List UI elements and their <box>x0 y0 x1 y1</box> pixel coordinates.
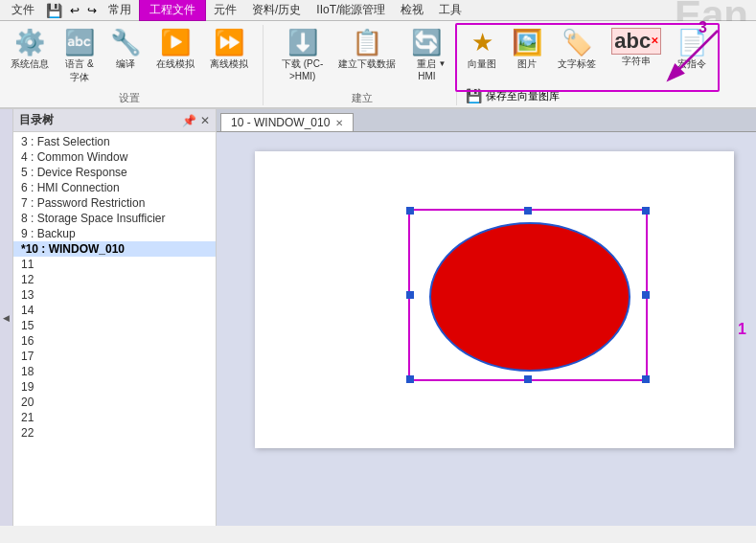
menu-element[interactable]: 元件 <box>206 0 244 20</box>
handle-tm[interactable] <box>524 207 532 215</box>
tree-item-11[interactable]: 11 <box>13 257 216 272</box>
btn-lang-font[interactable]: 🔤 语言 &字体 <box>57 25 102 87</box>
btn-build-dl[interactable]: 📋 建立下载数据 <box>332 25 402 74</box>
tree-close-icon[interactable]: ✕ <box>200 114 210 127</box>
btn-sys-info[interactable]: ⚙️ 系统信息 <box>4 25 56 74</box>
tree-item-21[interactable]: 21 <box>13 410 216 425</box>
tree-item-15[interactable]: 15 <box>13 318 216 333</box>
tab-label-10: 10 - WINDOW_010 <box>231 116 330 129</box>
sys-info-icon: ⚙️ <box>14 28 45 57</box>
tree-item-17[interactable]: 17 <box>13 349 216 364</box>
menu-common[interactable]: 常用 <box>101 0 139 20</box>
char-str-icon: abc✕ <box>611 28 661 55</box>
rebuild-hmi-icon: 🔄 <box>411 28 442 57</box>
btn-picture[interactable]: 🖼️ 图片 <box>505 25 549 74</box>
btn-save-vector[interactable]: 💾 保存至向量图库 <box>461 86 714 105</box>
btn-macro-cmd-label: 宏指令 <box>677 57 706 71</box>
btn-offline-sim-label: 离线模拟 <box>210 57 248 71</box>
menu-data-history[interactable]: 资料/历史 <box>244 0 309 20</box>
tree-item-10[interactable]: *10 : WINDOW_010 <box>13 241 216 257</box>
content-tab-10[interactable]: 10 - WINDOW_010 ✕ <box>220 113 354 131</box>
menu-project-file[interactable]: 工程文件 <box>139 0 206 21</box>
page-indicator: 1 <box>738 321 746 338</box>
tree-item-4[interactable]: 4 : Common Window <box>13 149 216 165</box>
tab-close-icon[interactable]: ✕ <box>335 118 343 128</box>
menu-redo[interactable]: ↪ <box>83 2 101 19</box>
picture-icon: 🖼️ <box>512 28 542 57</box>
btn-sys-info-label: 系统信息 <box>11 57 49 71</box>
btn-picture-label: 图片 <box>517 57 537 71</box>
content-area: 10 - WINDOW_010 ✕ <box>217 109 756 526</box>
collapse-btn[interactable]: ◀ <box>0 109 13 526</box>
macro-cmd-icon: 📄 <box>676 28 707 57</box>
menu-tools[interactable]: 工具 <box>431 0 470 20</box>
text-tag-icon: 🏷️ <box>561 28 592 57</box>
ribbon-group-vector: ★ 向量图 🖼️ 图片 🏷️ 文字标签 abc✕ 字符串 📄 宏指令 <box>457 25 718 105</box>
btn-offline-sim[interactable]: ⏩ 离线模拟 <box>203 25 255 74</box>
menu-inspect[interactable]: 检视 <box>393 0 431 20</box>
btn-save-vector-label: 保存至向量图库 <box>486 89 560 103</box>
btn-compile[interactable]: 🔧 编译 <box>103 25 148 74</box>
tree-item-9[interactable]: 9 : Backup <box>13 226 216 241</box>
handle-tr[interactable] <box>642 207 650 215</box>
tree-item-22[interactable]: 22 <box>13 425 216 441</box>
btn-online-sim[interactable]: ▶️ 在线模拟 <box>149 25 201 74</box>
tree-item-19[interactable]: 19 <box>13 379 216 395</box>
tree-item-12[interactable]: 12 <box>13 272 216 287</box>
build-dl-icon: 📋 <box>352 28 382 57</box>
tree-item-7[interactable]: 7 : Password Restriction <box>13 195 216 211</box>
handle-ml[interactable] <box>406 291 414 299</box>
btn-text-tag[interactable]: 🏷️ 文字标签 <box>551 25 603 74</box>
handle-tl[interactable] <box>406 207 414 215</box>
btn-compile-label: 编译 <box>116 57 135 71</box>
canvas-surface <box>255 151 734 448</box>
tree-pin-icon[interactable]: 📌 <box>182 114 196 127</box>
group-settings-label: 设置 <box>4 89 255 105</box>
download-icon: ⬇️ <box>287 28 318 57</box>
btn-download[interactable]: ⬇️ 下载 (PC->HMI) <box>275 25 330 84</box>
online-sim-icon: ▶️ <box>160 28 191 57</box>
main-area: ◀ 目录树 📌 ✕ 3 : Fast Selection 4 : Common … <box>0 109 756 526</box>
menu-iiot[interactable]: IIoT/能源管理 <box>309 0 393 20</box>
tree-item-5[interactable]: 5 : Device Response <box>13 165 216 180</box>
tree-item-8[interactable]: 8 : Storage Space Insufficier <box>13 211 216 226</box>
tree-item-13[interactable]: 13 <box>13 287 216 303</box>
btn-vector-img[interactable]: ★ 向量图 <box>461 25 503 74</box>
menu-save[interactable]: 💾 <box>42 1 66 20</box>
tree-panel: 目录树 📌 ✕ 3 : Fast Selection 4 : Common Wi… <box>13 109 217 526</box>
ribbon-group-build: ⬇️ 下载 (PC->HMI) 📋 建立下载数据 🔄 重启HMI ▼ 建立 <box>267 25 457 105</box>
tree-item-3[interactable]: 3 : Fast Selection <box>13 134 216 149</box>
handle-bm[interactable] <box>524 375 532 383</box>
shape-container[interactable] <box>408 209 648 381</box>
tree-item-6[interactable]: 6 : HMI Connection <box>13 180 216 195</box>
tree-item-20[interactable]: 20 <box>13 395 216 410</box>
btn-rebuild-hmi-label: 重启HMI <box>417 57 436 81</box>
btn-macro-cmd[interactable]: 📄 宏指令 <box>670 25 714 74</box>
tree-item-14[interactable]: 14 <box>13 303 216 318</box>
btn-lang-font-label: 语言 &字体 <box>65 57 93 84</box>
menubar: 文件 💾 ↩ ↪ 常用 工程文件 元件 资料/历史 IIoT/能源管理 检视 工… <box>0 0 756 21</box>
menu-file[interactable]: 文件 <box>4 0 42 20</box>
menu-undo[interactable]: ↩ <box>66 2 83 19</box>
btn-vector-img-label: 向量图 <box>468 57 496 71</box>
tree-item-18[interactable]: 18 <box>13 364 216 379</box>
btn-online-sim-label: 在线模拟 <box>156 57 195 71</box>
tab-bar: 10 - WINDOW_010 ✕ <box>217 109 756 132</box>
tree-content: 3 : Fast Selection 4 : Common Window 5 :… <box>13 132 216 526</box>
handle-bl[interactable] <box>406 375 414 383</box>
btn-char-str[interactable]: abc✕ 字符串 <box>605 25 668 71</box>
btn-char-str-label: 字符串 <box>622 55 651 68</box>
btn-rebuild-hmi[interactable]: 🔄 重启HMI ▼ <box>404 25 448 84</box>
save-vector-icon: 💾 <box>466 88 482 103</box>
group-build-label: 建立 <box>275 89 448 105</box>
handle-br[interactable] <box>642 375 650 383</box>
handle-mr[interactable] <box>642 291 650 299</box>
compile-icon: 🔧 <box>110 28 141 57</box>
circle-shape[interactable] <box>429 222 630 372</box>
tree-item-16[interactable]: 16 <box>13 333 216 349</box>
btn-build-dl-label: 建立下载数据 <box>338 57 396 71</box>
btn-text-tag-label: 文字标签 <box>558 57 596 71</box>
ribbon: ⚙️ 系统信息 🔤 语言 &字体 🔧 编译 ▶️ 在线模拟 ⏩ 离线模拟 <box>0 21 756 109</box>
canvas-area[interactable]: 1 <box>217 132 756 526</box>
offline-sim-icon: ⏩ <box>214 28 244 57</box>
